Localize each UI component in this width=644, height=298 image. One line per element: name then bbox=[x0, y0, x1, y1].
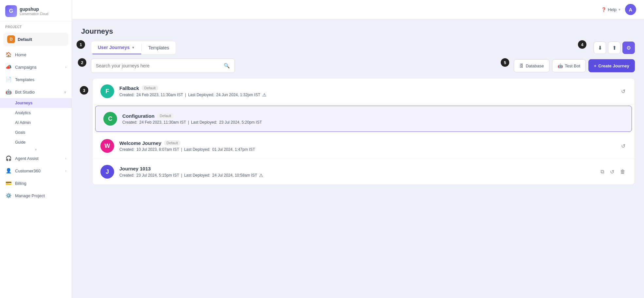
main-content: ❓ Help ▼ A Journeys 1 User Journeys ▼ Te… bbox=[72, 0, 644, 298]
deployed-value: 23 Jul 2024, 5:20pm IST bbox=[219, 120, 262, 125]
search-box: 🔍 bbox=[91, 59, 235, 73]
sidebar-item-templates[interactable]: 📄 Templates bbox=[0, 73, 72, 86]
sidebar-item-customer360[interactable]: 👤 Customer360 › bbox=[0, 165, 72, 177]
upload-button[interactable]: ⬆ bbox=[608, 42, 620, 54]
journey-meta: Created: 24 Feb 2023, 11:30am IST | Last… bbox=[122, 120, 624, 125]
logo-area: G gupshup Conversation Cloud bbox=[0, 0, 72, 21]
sidebar-item-label: Manage Project bbox=[15, 193, 45, 198]
delete-icon[interactable]: 🗑 bbox=[619, 167, 627, 176]
step-1-badge: 1 bbox=[77, 40, 85, 49]
database-button[interactable]: 🗄 Database bbox=[514, 59, 549, 72]
journey-meta: Created: 10 Jul 2023, 8:07am IST | Last … bbox=[119, 147, 620, 152]
sidebar-item-label: Campaigns bbox=[15, 65, 37, 70]
analytics-label: Analytics bbox=[15, 111, 31, 115]
journey-item-welcome-journey[interactable]: W Welcome Journey Default Created: 10 Ju… bbox=[93, 133, 635, 159]
journey-name-row: Fallback Default bbox=[119, 85, 620, 91]
journey-item-fallback[interactable]: F Fallback Default Created: 24 Feb 2023,… bbox=[93, 79, 635, 104]
journey-name: Configuration bbox=[122, 113, 154, 119]
history-icon[interactable]: ↺ bbox=[620, 87, 627, 96]
logo-text-block: gupshup Conversation Cloud bbox=[20, 7, 48, 16]
journey-badge: Default bbox=[164, 140, 181, 146]
sidebar-item-guide[interactable]: Guide bbox=[0, 137, 72, 147]
toolbar-row: 1 User Journeys ▼ Templates 4 bbox=[81, 41, 635, 55]
sidebar-item-agent-assist[interactable]: 🎧 Agent Assist › bbox=[0, 152, 72, 165]
help-button[interactable]: ❓ Help ▼ bbox=[601, 7, 621, 12]
created-label: Created: bbox=[122, 120, 137, 125]
chevron-down-icon: ▼ bbox=[618, 8, 621, 11]
logo-name: gupshup bbox=[20, 7, 48, 12]
sidebar-item-bot-studio[interactable]: 🤖 Bot Studio ∨ bbox=[0, 86, 72, 98]
created-label: Created: bbox=[119, 93, 134, 97]
sidebar-item-ai-admin[interactable]: AI Admin bbox=[0, 118, 72, 128]
help-label: Help bbox=[608, 7, 617, 12]
journey-avatar: J bbox=[100, 165, 114, 179]
sidebar-item-billing[interactable]: 💳 Billing bbox=[0, 177, 72, 189]
sidebar-item-analytics[interactable]: Analytics bbox=[0, 108, 72, 118]
tab-templates[interactable]: Templates bbox=[142, 41, 176, 54]
history-icon[interactable]: ↺ bbox=[609, 167, 616, 176]
manage-project-icon: ⚙️ bbox=[5, 193, 12, 199]
page-content: Journeys 1 User Journeys ▼ Templates bbox=[72, 19, 644, 298]
topbar: ❓ Help ▼ A bbox=[72, 0, 644, 19]
test-bot-icon: 🤖 bbox=[558, 63, 563, 68]
create-journey-button[interactable]: + Create Journey bbox=[588, 59, 635, 72]
sidebar-item-manage-project[interactable]: ⚙️ Manage Project bbox=[0, 189, 72, 202]
warning-icon: ⚠ bbox=[262, 92, 267, 97]
journey-item-configuration[interactable]: C Configuration Default Created: 24 Feb … bbox=[95, 106, 632, 132]
journey-actions: ↺ bbox=[620, 87, 627, 96]
tab-label: Templates bbox=[148, 45, 169, 50]
sidebar-item-campaigns[interactable]: 📣 Campaigns › bbox=[0, 61, 72, 73]
deployed-value: 24 Jun 2024, 1:32pm IST bbox=[216, 93, 260, 97]
journey-info: Journey 1013 Created: 23 Jul 2024, 5:15p… bbox=[119, 166, 599, 178]
chevron-right-icon: › bbox=[65, 169, 66, 173]
download-icon: ⬇ bbox=[598, 45, 602, 51]
tab-user-journeys[interactable]: User Journeys ▼ bbox=[91, 41, 141, 54]
history-icon[interactable]: ↺ bbox=[620, 142, 627, 150]
goals-label: Goals bbox=[15, 130, 25, 135]
journey-list-wrapper: F Fallback Default Created: 24 Feb 2023,… bbox=[92, 78, 635, 185]
journey-name-row: Welcome Journey Default bbox=[119, 140, 620, 146]
sidebar-item-journeys[interactable]: Journeys bbox=[0, 98, 72, 108]
journey-actions: ↺ bbox=[620, 142, 627, 150]
scroll-down-arrow[interactable]: ▼ bbox=[34, 148, 38, 151]
sidebar-item-goals[interactable]: Goals bbox=[0, 128, 72, 137]
meta-separator: | bbox=[185, 93, 186, 97]
deployed-value: 24 Jul 2024, 10:58am IST bbox=[212, 173, 257, 178]
download-button[interactable]: ⬇ bbox=[594, 42, 606, 54]
project-section-label: PROJECT bbox=[0, 21, 72, 30]
chevron-down-icon: ▼ bbox=[131, 46, 135, 49]
journey-badge: Default bbox=[157, 113, 174, 118]
action-btn-group: 🗄 Database 🤖 Test Bot + Create Journey bbox=[514, 59, 635, 72]
database-label: Database bbox=[526, 63, 544, 68]
tab-label: User Journeys bbox=[98, 45, 130, 50]
step-2-badge: 2 bbox=[78, 58, 86, 67]
meta-separator: | bbox=[181, 147, 182, 152]
journey-badge: Default bbox=[142, 85, 158, 91]
sidebar: G gupshup Conversation Cloud PROJECT D D… bbox=[0, 0, 72, 298]
project-name: Default bbox=[18, 37, 32, 42]
project-selector[interactable]: D Default bbox=[3, 33, 68, 46]
copy-icon[interactable]: ⧉ bbox=[599, 167, 605, 176]
sidebar-item-label: Templates bbox=[15, 77, 34, 82]
journey-meta: Created: 24 Feb 2023, 11:30am IST | Last… bbox=[119, 92, 620, 97]
settings-button[interactable]: ⚙ bbox=[622, 42, 635, 54]
user-avatar[interactable]: A bbox=[625, 4, 636, 15]
project-avatar: D bbox=[7, 35, 15, 43]
step-3-badge: 3 bbox=[80, 86, 88, 95]
chevron-right-icon: › bbox=[65, 65, 66, 69]
campaigns-icon: 📣 bbox=[5, 64, 12, 70]
journey-info: Welcome Journey Default Created: 10 Jul … bbox=[119, 140, 620, 152]
sidebar-scroll: ▼ bbox=[0, 147, 72, 152]
journey-name: Journey 1013 bbox=[119, 166, 151, 171]
plus-icon: + bbox=[594, 63, 597, 68]
search-input[interactable] bbox=[96, 63, 221, 68]
journey-name: Welcome Journey bbox=[119, 140, 161, 146]
ai-admin-label: AI Admin bbox=[15, 120, 31, 125]
sidebar-item-home[interactable]: 🏠 Home bbox=[0, 48, 72, 61]
journey-item-1013[interactable]: J Journey 1013 Created: 23 Jul 2024, 5:1… bbox=[93, 159, 635, 184]
journey-avatar: C bbox=[103, 112, 117, 126]
database-icon: 🗄 bbox=[519, 63, 524, 68]
create-journey-label: Create Journey bbox=[598, 63, 629, 68]
journey-avatar: F bbox=[100, 84, 114, 98]
test-bot-button[interactable]: 🤖 Test Bot bbox=[552, 59, 586, 72]
